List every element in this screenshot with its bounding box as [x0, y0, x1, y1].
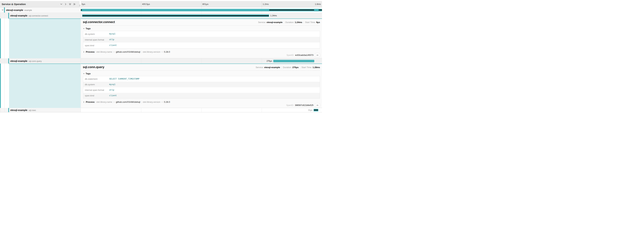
operation-name: sql.rows: [28, 109, 36, 111]
chevron-down-icon: [83, 73, 85, 75]
ruler-tick: 801μs: [202, 1, 208, 7]
span-bar[interactable]: [273, 60, 314, 62]
link-icon: [316, 54, 319, 56]
operation-name: sql.conn.query: [28, 60, 42, 62]
divider: [83, 25, 320, 26]
selected-span-highlight: [9, 19, 81, 58]
meta-service: otesql-example: [264, 66, 280, 69]
span-bar[interactable]: [82, 15, 269, 17]
timeline-header: Service & Operation 0μs 400.5μs: [0, 1, 322, 8]
span-id-value: ec63cadcba145073: [295, 54, 314, 56]
span-row-sql-connector-connect: otesql-example sql.connector.connect 1.2…: [0, 13, 322, 19]
span-detail-panel: sql.conn.query Service: otesql-example D…: [81, 64, 322, 108]
detail-left-gutter: [0, 64, 81, 108]
span-detail-section: sql.conn.query Service: otesql-example D…: [0, 64, 322, 108]
tag-row: db.systemmysql: [83, 82, 320, 87]
tag-row: internal.span.formatotlp: [83, 37, 320, 43]
service-color-accent: [8, 13, 9, 19]
span-detail-panel: sql.connector.connect Service: otesql-ex…: [81, 19, 322, 58]
ruler-tick: 1.6ms: [315, 1, 322, 7]
tag-row: span.kindclient: [83, 43, 320, 48]
tag-row: internal.span.formatotlp: [83, 87, 320, 93]
span-name-cell[interactable]: otesql-example example: [0, 8, 81, 13]
meta-duration: 1.24ms: [295, 21, 302, 24]
ruler-tick: 1.2ms: [262, 1, 268, 7]
column-resizer-handle[interactable]: [79, 5, 81, 7]
span-duration-label: 1.24ms: [270, 15, 277, 17]
span-meta: Service: otesql-example Duration: 1.24ms…: [258, 21, 320, 24]
span-id-row: SpanID: ec63cadcba145073: [83, 53, 320, 57]
collapse-one-icon[interactable]: [60, 3, 62, 5]
service-color-accent: [8, 58, 9, 64]
span-name-cell[interactable]: otesql-example sql.rows: [0, 108, 81, 112]
span-id-value: 386567c621b6e525: [295, 104, 314, 106]
chevron-right-icon: [83, 101, 85, 103]
span-meta: Service: otesql-example Duration: 270μs …: [256, 66, 320, 69]
collapse-all-icon[interactable]: [69, 3, 71, 5]
operation-name: example: [24, 9, 32, 12]
meta-duration: 270μs: [292, 66, 299, 69]
trace-timeline-view: Service & Operation 0μs 400.5μs: [0, 0, 322, 114]
ruler-tick: 400.5μs: [141, 1, 150, 7]
tags-section-toggle[interactable]: Tags: [83, 72, 320, 75]
span-detail-section: sql.connector.connect Service: otesql-ex…: [0, 19, 322, 58]
copy-link-button[interactable]: [315, 103, 320, 107]
span-bar[interactable]: [81, 9, 322, 11]
span-title: sql.conn.query: [83, 65, 104, 69]
service-name: otesql-example: [10, 60, 28, 62]
service-name: otesql-example: [10, 109, 28, 111]
chevron-right-icon: [83, 51, 85, 53]
operation-name: sql.connector.connect: [28, 15, 48, 17]
column-title: Service & Operation: [2, 3, 26, 6]
divider: [83, 70, 320, 71]
expand-one-icon[interactable]: [64, 3, 67, 5]
service-name: otesql-example: [6, 9, 23, 12]
selected-span-highlight: [9, 64, 81, 108]
span-row-example: otesql-example example: [0, 8, 322, 13]
span-column-header: Service & Operation: [0, 1, 80, 7]
span-row-sql-rows: otesql-example sql.rows 31μs: [0, 108, 322, 112]
span-title: sql.connector.connect: [83, 20, 115, 24]
tags-table: db.statementSELECT CURRENT_TIMESTAMP db.…: [83, 76, 320, 99]
process-section-toggle[interactable]: Process: otel.library.name=github.com/XS…: [83, 101, 320, 103]
link-icon: [316, 104, 319, 106]
meta-start-time: 9μs: [316, 21, 320, 24]
span-bar[interactable]: [314, 109, 318, 111]
span-bar-cell[interactable]: 31μs: [81, 108, 322, 112]
ruler-tick: 0μs: [81, 1, 85, 7]
span-row-sql-conn-query: otesql-example sql.conn.query 270μs: [0, 58, 322, 64]
tag-row: db.statementSELECT CURRENT_TIMESTAMP: [83, 76, 320, 82]
chevron-down-icon[interactable]: [1, 9, 4, 11]
expand-collapse-toolbar: [60, 3, 76, 5]
service-color-accent: [0, 19, 1, 58]
bottom-strip: [0, 112, 322, 114]
span-bar-cell[interactable]: 1.24ms: [81, 13, 322, 19]
detail-left-gutter: [0, 19, 81, 58]
copy-link-button[interactable]: [315, 53, 320, 57]
meta-service: otesql-example: [266, 21, 282, 24]
span-duration-label: 270μs: [266, 60, 272, 62]
process-section-toggle[interactable]: Process: otel.library.name=github.com/XS…: [83, 51, 320, 53]
service-color-accent: [0, 64, 1, 108]
meta-start-time: 1.28ms: [312, 66, 320, 69]
span-name-cell[interactable]: otesql-example sql.connector.connect: [0, 13, 81, 19]
service-color-accent: [4, 8, 5, 13]
tags-section-toggle[interactable]: Tags: [83, 27, 320, 30]
timeline-ruler[interactable]: 0μs 400.5μs 801μs 1.2ms 1.6ms: [81, 1, 322, 7]
span-id-row: SpanID: 386567c621b6e525: [83, 103, 320, 107]
expand-all-icon[interactable]: [73, 3, 76, 5]
span-bar-cell[interactable]: [81, 8, 322, 13]
tag-row: span.kindclient: [83, 93, 320, 98]
chevron-down-icon: [83, 28, 85, 30]
span-duration-label: 31μs: [308, 109, 312, 111]
service-name: otesql-example: [10, 14, 28, 17]
span-bar-cell[interactable]: 270μs: [81, 58, 322, 64]
service-color-accent: [8, 108, 9, 112]
tags-table: db.systemmysql internal.span.formatotlp …: [83, 31, 320, 48]
span-name-cell[interactable]: otesql-example sql.conn.query: [0, 58, 81, 64]
tag-row: db.systemmysql: [83, 31, 320, 37]
